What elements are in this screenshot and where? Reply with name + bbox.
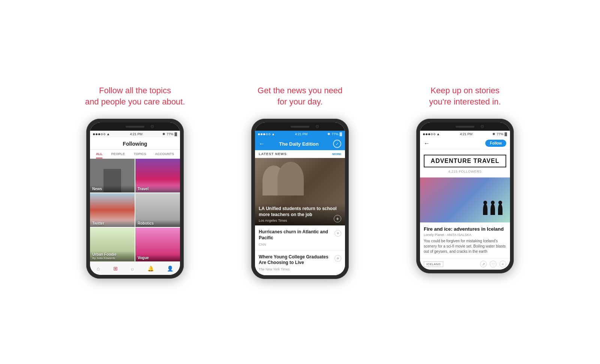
wdot1	[258, 133, 260, 135]
b3dot1	[423, 133, 425, 135]
silhouettes	[483, 204, 502, 215]
more-label[interactable]: MORE	[332, 152, 341, 156]
dot2	[96, 133, 98, 135]
topic-image	[420, 178, 510, 222]
daily-nav-bar: ← The Daily Edition ✓	[255, 137, 345, 150]
grid-cell-robotics[interactable]: Robotics	[135, 193, 180, 227]
tab-accounts[interactable]: ACCOUNTS	[155, 152, 174, 158]
article-text: You could be forgiven for mistaking Icel…	[424, 239, 506, 254]
latest-news-label: LATEST NEWS	[259, 152, 287, 156]
phone-3-top-bar	[420, 122, 510, 131]
news-add-2[interactable]: +	[334, 255, 341, 262]
tagline-1: Follow all the topicsand people you care…	[85, 85, 185, 111]
check-circle[interactable]: ✓	[333, 140, 341, 148]
phone-2: ▲ 4:21 PM ✱ 77% ▓ ← The Daily Edition ✓	[251, 119, 349, 279]
phone-2-top-bar	[255, 122, 345, 131]
news-item-2-headline: Where Young College Graduates Are Choosi…	[259, 254, 334, 266]
daily-edition-title: The Daily Edition	[265, 141, 333, 147]
phone-column-3: Keep up on storiesyou're interested in.	[394, 85, 536, 273]
article-byline: Lonely Planet · ANITA ISALSKA	[424, 233, 506, 237]
b3dot3	[428, 133, 430, 135]
grid-cell-twitter[interactable]: Twitter	[90, 193, 135, 227]
search-icon[interactable]: ⌕	[131, 266, 134, 272]
profile-icon[interactable]: 👤	[167, 266, 173, 272]
battery-level-3: 77%	[496, 132, 503, 136]
robotics-label: Robotics	[135, 220, 180, 227]
tab-people[interactable]: PEOPLE	[111, 152, 125, 158]
tab-topics[interactable]: TOPICS	[134, 152, 146, 158]
news-item-2-content: Where Young College Graduates Are Choosi…	[259, 254, 334, 271]
status-right: ✱ 77% ▓	[162, 132, 177, 136]
twitter-label: Twitter	[90, 220, 135, 227]
article-actions: ↗ ♡ +	[480, 261, 506, 267]
main-container: Follow all the topicsand people you care…	[0, 74, 600, 290]
signal-dots-3	[423, 133, 435, 135]
tab-all[interactable]: ALL	[96, 152, 103, 158]
grid-cell-foodie[interactable]: Urban FoodieBy Julia Edwards	[90, 228, 135, 261]
phone-speaker	[126, 126, 144, 128]
wdot2	[261, 133, 262, 135]
grid-cell-vogue[interactable]: Vogue	[135, 228, 180, 261]
phone-column-2: Get the news you needfor your day.	[229, 85, 371, 279]
article-footer: ICELAND ↗ ♡ +	[420, 258, 510, 270]
silhouette-1	[483, 204, 488, 215]
phone-3-camera	[481, 125, 484, 128]
topic-followers: 4,215 FOLLOWERS	[424, 170, 506, 173]
silhouette-2	[490, 204, 495, 215]
article-nav-bar: ← Follow	[420, 137, 510, 149]
tagline-3: Keep up on storiesyou're interested in.	[429, 85, 501, 111]
back-arrow-2[interactable]: ←	[259, 140, 265, 147]
news-item-1-source: CNN	[259, 243, 334, 246]
phone-3: ▲ 4:21 PM ✱ 77% ▓ ← Follow	[416, 119, 514, 273]
grid-cell-news[interactable]: News	[90, 159, 135, 192]
tag-badge[interactable]: ICELAND	[424, 261, 443, 267]
battery-level: 77%	[166, 132, 173, 136]
bell-icon[interactable]: 🔔	[147, 266, 154, 272]
phone-2-camera	[316, 125, 319, 128]
back-arrow-3[interactable]: ←	[424, 140, 430, 147]
news-item-1-headline: Hurricanes churn in Atlantic and Pacific	[259, 229, 334, 241]
wifi-icon: ▲	[106, 132, 110, 136]
phone-camera	[151, 125, 154, 128]
phone-2-screen: ▲ 4:21 PM ✱ 77% ▓ ← The Daily Edition ✓	[255, 122, 345, 275]
news-item-1[interactable]: Hurricanes churn in Atlantic and Pacific…	[255, 225, 345, 250]
follow-button[interactable]: Follow	[485, 140, 506, 147]
status-left-2: ▲	[258, 132, 275, 136]
hero-headline: LA Unified students return to school mor…	[259, 206, 341, 218]
news-item-2[interactable]: Where Young College Graduates Are Choosi…	[255, 251, 345, 275]
home-icon[interactable]: ⌂	[97, 266, 100, 272]
hero-news-item[interactable]: LA Unified students return to school mor…	[255, 158, 345, 225]
status-right-2: ✱ 77% ▓	[327, 132, 342, 136]
grid-cell-travel[interactable]: Travel	[135, 159, 180, 192]
wifi-icon-3: ▲	[436, 132, 440, 136]
status-time: 4:21 PM	[130, 132, 142, 136]
bluetooth-icon-3: ✱	[492, 132, 495, 136]
phone-1-screen: ▲ 4:21 PM ✱ 77% ▓ Following ALL PEOPL	[90, 122, 180, 275]
wifi-icon-2: ▲	[272, 132, 275, 136]
dot5	[104, 133, 105, 135]
dot4	[101, 133, 103, 135]
share-icon[interactable]: ↗	[480, 261, 487, 267]
bluetooth-icon: ✱	[162, 132, 165, 136]
news-item-1-content: Hurricanes churn in Atlantic and Pacific…	[259, 229, 334, 246]
travel-label: Travel	[135, 185, 180, 192]
wdot5	[268, 133, 270, 135]
grid-icon[interactable]: ⊞	[113, 266, 118, 272]
phone-1: ▲ 4:21 PM ✱ 77% ▓ Following ALL PEOPL	[86, 119, 184, 279]
article-preview[interactable]: Fire and ice: adventures in Iceland Lone…	[420, 222, 510, 258]
battery-icon: ▓	[174, 132, 177, 136]
phone-3-speaker	[456, 126, 474, 128]
topic-title-box: ADVENTURE TRAVEL	[424, 155, 506, 167]
phone-1-status-bar: ▲ 4:21 PM ✱ 77% ▓	[90, 131, 180, 137]
following-title: Following	[123, 141, 147, 147]
dot1	[93, 133, 95, 135]
heart-icon[interactable]: ♡	[490, 261, 496, 267]
status-time-2: 4:21 PM	[295, 132, 308, 136]
hero-source: Los Angeles Times	[259, 219, 341, 222]
news-add-1[interactable]: +	[334, 230, 341, 237]
foodie-label: Urban FoodieBy Julia Edwards	[90, 251, 135, 261]
topic-header: ADVENTURE TRAVEL 4,215 FOLLOWERS	[420, 149, 510, 178]
wdot3	[263, 133, 265, 135]
add-icon[interactable]: +	[500, 261, 506, 267]
status-right-3: ✱ 77% ▓	[492, 132, 507, 136]
